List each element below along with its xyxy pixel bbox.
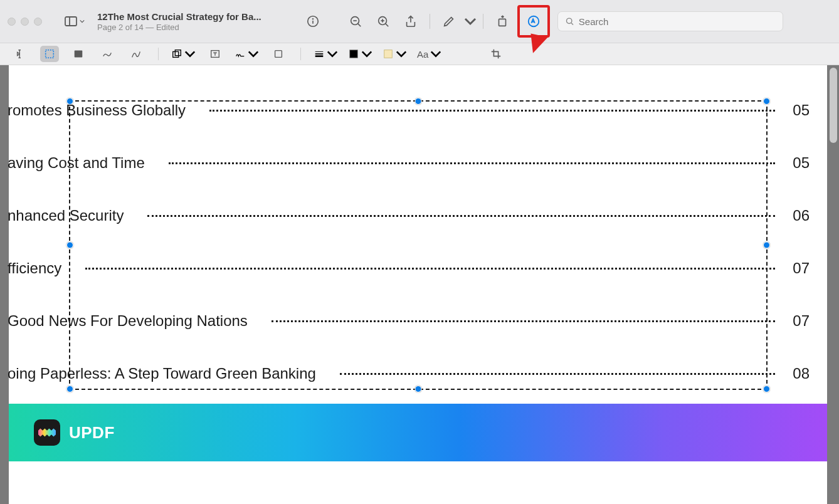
crop-tool[interactable] — [487, 46, 505, 62]
stroke-color-tool[interactable] — [348, 48, 372, 60]
chevron-down-icon — [327, 48, 338, 60]
draw-icon — [130, 48, 142, 60]
share-icon — [404, 14, 418, 28]
rotate-icon — [495, 14, 509, 28]
svg-line-9 — [386, 24, 389, 27]
chevron-down-icon — [248, 48, 259, 60]
chevron-down-icon — [464, 14, 477, 28]
toolbar-divider — [158, 48, 159, 60]
toc-title: nhanced Security — [8, 207, 136, 224]
toc-title: aving Cost and Time — [8, 154, 157, 172]
toc-leader — [340, 373, 775, 375]
rectangle-selection-tool[interactable] — [40, 46, 59, 62]
search-field[interactable] — [557, 11, 783, 31]
toc-leader — [209, 110, 775, 112]
toc-title: fficiency — [8, 260, 74, 277]
toc-entry: Good News For Developing Nations 07 — [9, 312, 810, 330]
svg-rect-16 — [46, 50, 54, 58]
toc-leader — [272, 320, 775, 322]
sign-tool[interactable] — [235, 48, 259, 60]
zoom-in-button[interactable] — [371, 9, 396, 34]
svg-point-4 — [313, 19, 314, 19]
text-style-icon: Aa — [417, 49, 428, 60]
chevron-down-icon — [80, 19, 85, 24]
toc-leader — [169, 162, 776, 164]
table-of-contents: romotes Business Globally 05 aving Cost … — [9, 89, 827, 401]
svg-line-6 — [358, 24, 361, 27]
pencil-icon — [442, 14, 456, 28]
chevron-down-icon — [184, 48, 196, 60]
rotate-button[interactable] — [490, 9, 515, 34]
text-style-tool[interactable]: Aa — [417, 48, 441, 60]
toc-page: 05 — [786, 154, 810, 172]
toc-entry: nhanced Security 06 — [9, 207, 810, 224]
sketch-tool[interactable] — [98, 46, 117, 62]
document-title-section: 12The Most Crucial Strategy for Ba... Pa… — [97, 11, 298, 32]
toc-page: 05 — [786, 102, 810, 119]
toc-entry: aving Cost and Time 05 — [9, 154, 810, 172]
toc-entry: oing Paperless: A Step Toward Green Bank… — [9, 365, 810, 382]
markup-icon — [527, 14, 541, 28]
crop-icon — [490, 48, 502, 60]
svg-rect-25 — [350, 50, 358, 58]
toc-page: 08 — [786, 365, 810, 382]
updf-logo-mark — [38, 428, 56, 438]
page-margin — [9, 65, 827, 89]
svg-rect-12 — [499, 19, 506, 26]
fill-color-tool[interactable] — [383, 48, 407, 60]
document-viewport[interactable]: romotes Business Globally 05 aving Cost … — [9, 65, 827, 504]
note-icon — [273, 48, 284, 60]
highlight-button[interactable] — [436, 9, 462, 34]
highlight-dropdown[interactable] — [464, 9, 477, 34]
sidebar-toggle-button[interactable] — [60, 10, 88, 33]
toc-title: Good News For Developing Nations — [8, 312, 260, 330]
markup-button-highlighted — [517, 5, 550, 38]
draw-tool[interactable] — [127, 46, 145, 62]
updf-logo — [34, 419, 60, 446]
text-box-icon — [209, 48, 221, 60]
svg-rect-26 — [384, 50, 393, 58]
document-title: 12The Most Crucial Strategy for Ba... — [97, 11, 298, 22]
markup-button[interactable] — [521, 9, 546, 34]
search-input[interactable] — [579, 16, 776, 27]
svg-rect-0 — [65, 17, 77, 26]
toolbar-divider — [300, 48, 301, 60]
info-button[interactable] — [300, 9, 325, 34]
text-box-tool[interactable] — [206, 46, 224, 62]
updf-label: UPDF — [69, 423, 115, 443]
fill-color-icon — [383, 48, 394, 60]
toc-page: 06 — [786, 207, 810, 224]
note-tool[interactable] — [269, 46, 288, 62]
toolbar-divider — [483, 14, 483, 29]
signature-icon — [235, 48, 246, 60]
toc-entry: romotes Business Globally 05 — [9, 102, 810, 119]
text-cursor-icon — [15, 48, 26, 60]
stroke-color-icon — [348, 48, 359, 60]
line-style-tool[interactable] — [314, 48, 338, 60]
svg-rect-21 — [275, 51, 282, 58]
chevron-down-icon — [361, 48, 372, 60]
vertical-scrollbar[interactable] — [830, 68, 837, 143]
close-window-button[interactable] — [8, 18, 16, 26]
svg-rect-18 — [173, 51, 179, 57]
svg-rect-19 — [175, 50, 181, 56]
zoom-out-button[interactable] — [343, 9, 368, 34]
svg-point-14 — [566, 18, 571, 23]
window-controls — [8, 18, 42, 26]
toc-entry: fficiency 07 — [9, 260, 810, 277]
updf-banner: UPDF — [9, 404, 827, 461]
share-button[interactable] — [398, 9, 423, 34]
svg-line-15 — [571, 23, 573, 25]
shapes-tool[interactable] — [171, 48, 196, 60]
marquee-icon — [44, 48, 55, 60]
text-selection-tool[interactable] — [11, 46, 30, 62]
sketch-icon — [102, 48, 113, 60]
redact-icon — [73, 48, 84, 60]
toolbar-divider — [430, 14, 430, 29]
redact-tool[interactable] — [69, 46, 88, 62]
maximize-window-button[interactable] — [34, 18, 42, 26]
toc-page: 07 — [786, 260, 810, 277]
markup-toolbar: Aa — [0, 43, 839, 65]
search-icon — [564, 16, 575, 27]
minimize-window-button[interactable] — [21, 18, 29, 26]
